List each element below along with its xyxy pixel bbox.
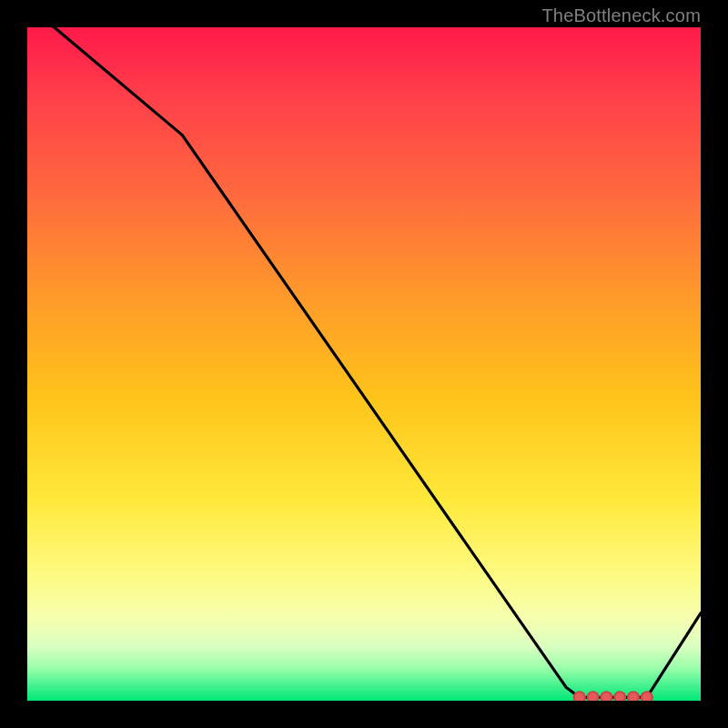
curve-marker-inner (602, 693, 611, 701)
curve-marker-inner (629, 693, 638, 701)
curve-marker-inner (615, 693, 624, 701)
bottleneck-curve (27, 27, 701, 697)
curve-marker-inner (575, 693, 584, 701)
chart-container: TheBottleneck.com (0, 0, 728, 728)
curve-marker (641, 691, 653, 701)
plot-area (27, 27, 701, 701)
curve-marker (587, 691, 600, 701)
curve-marker (573, 691, 586, 701)
curve-marker (600, 691, 612, 701)
marker-group (573, 691, 653, 701)
markers-svg (27, 27, 701, 701)
line-chart-svg (27, 27, 701, 701)
curve-marker-inner (589, 693, 598, 701)
curve-marker (613, 691, 626, 701)
curve-marker-inner (642, 693, 652, 701)
attribution-text: TheBottleneck.com (541, 5, 701, 26)
curve-marker (627, 691, 640, 701)
